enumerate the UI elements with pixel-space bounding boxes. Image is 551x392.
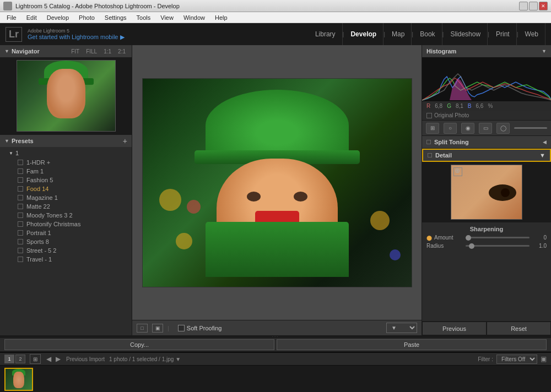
preset-fashion5[interactable]: Fashion 5 — [0, 176, 132, 184]
navigator-label: Navigator — [12, 48, 67, 55]
histogram-panel: Histogram ▼ R 6,8 — [422, 45, 551, 121]
original-checkbox[interactable] — [426, 113, 432, 118]
preset-magazine1[interactable]: Magazine 1 — [0, 193, 132, 202]
preset-icon — [18, 248, 23, 253]
film-photo-1[interactable] — [4, 368, 33, 391]
histogram-header[interactable]: Histogram ▼ — [422, 45, 551, 57]
tools-strip: ⊞ ○ ◉ ▭ ◯ — [422, 121, 551, 136]
filter-dropdown[interactable]: Filters Off — [496, 355, 537, 364]
detail-arrow: ▼ — [539, 152, 545, 159]
toolbar-dropdown[interactable]: ▼ — [386, 323, 417, 333]
spot-heal-tool[interactable]: ○ — [444, 123, 457, 134]
right-panel: Histogram ▼ R 6,8 — [422, 45, 551, 335]
amount-thumb[interactable] — [466, 235, 471, 241]
r-value: 6,8 — [435, 103, 442, 109]
crop-tool[interactable]: ⊞ — [426, 123, 439, 134]
nav-2to1[interactable]: 2:1 — [116, 48, 127, 55]
previous-button[interactable]: Previous — [422, 322, 487, 335]
tab-print[interactable]: Print — [489, 23, 517, 45]
menu-help[interactable]: Help — [210, 13, 232, 22]
histogram-values: R 6,8 G 8,1 B 6,6 % — [422, 101, 551, 111]
nav-1to1[interactable]: 1:1 — [102, 48, 113, 55]
grid-view-icon[interactable]: ⊞ — [30, 354, 41, 364]
locate-button[interactable] — [453, 167, 462, 176]
info-arrow[interactable]: ▼ — [175, 356, 181, 362]
menu-develop[interactable]: Develop — [42, 13, 73, 22]
paste-button[interactable]: Paste — [277, 339, 547, 350]
menu-edit[interactable]: Edit — [22, 13, 41, 22]
tab-map[interactable]: Map — [385, 23, 412, 45]
nav-fit[interactable]: FIT — [69, 48, 81, 55]
filmstrip-tab-1[interactable]: 1 — [4, 355, 14, 363]
preset-sports8[interactable]: Sports 8 — [0, 237, 132, 246]
navigator-header[interactable]: ▼ Navigator FIT FILL 1:1 2:1 — [0, 45, 132, 57]
menu-window[interactable]: Window — [179, 13, 209, 22]
tab-library[interactable]: Library — [309, 23, 343, 45]
bokeh-3 — [187, 200, 201, 214]
menu-file[interactable]: File — [2, 13, 21, 22]
compare-icon[interactable]: ▣ — [152, 324, 163, 333]
loupe-icon[interactable]: □ — [137, 324, 148, 333]
preset-travel1[interactable]: Travel - 1 — [0, 255, 132, 264]
close-button[interactable]: ✕ — [539, 2, 548, 10]
minimize-button[interactable]: ─ — [519, 2, 528, 10]
preset-portrait1[interactable]: Portrait 1 — [0, 228, 132, 237]
split-toning-header[interactable]: Split Toning ◀ — [422, 136, 551, 148]
preset-photonify[interactable]: Photonify Christmas — [0, 220, 132, 228]
baby-figure — [200, 79, 354, 277]
detail-preview-image — [451, 165, 522, 220]
preset-icon — [18, 239, 23, 244]
tab-slideshow[interactable]: Slideshow — [444, 23, 488, 45]
maximize-button[interactable]: □ — [529, 2, 538, 10]
tab-develop[interactable]: Develop — [344, 23, 383, 45]
preset-icon — [18, 177, 23, 183]
main-area: ▼ Navigator FIT FILL 1:1 2:1 ▼ — [0, 45, 551, 335]
preset-street52[interactable]: Street - 5 2 — [0, 246, 132, 255]
radius-slider[interactable] — [466, 245, 530, 247]
tool-slider[interactable] — [514, 127, 547, 129]
toolbar-right: ▼ — [386, 323, 417, 333]
filmstrip-prev[interactable]: ◀ — [45, 355, 52, 363]
presets-arrow: ▼ — [4, 138, 9, 144]
filmstrip-tabs: 1 2 — [4, 355, 25, 363]
mobile-arrow[interactable]: ▶ — [120, 34, 125, 41]
filter-label: Filter : — [478, 356, 493, 362]
nav-thumbnail — [17, 60, 116, 132]
presets-add-button[interactable]: + — [123, 137, 127, 145]
reset-button[interactable]: Reset — [487, 322, 551, 335]
soft-proof-checkbox[interactable] — [178, 325, 185, 331]
nav-fill[interactable]: FILL — [84, 48, 99, 55]
radius-value: 1.0 — [533, 243, 547, 249]
presets-header[interactable]: ▼ Presets + — [0, 135, 132, 147]
preset-moody[interactable]: Moody Tones 3 2 — [0, 211, 132, 220]
amount-slider[interactable] — [466, 237, 530, 238]
detail-toggle[interactable] — [428, 153, 432, 157]
redeye-tool[interactable]: ◉ — [461, 123, 474, 134]
bokeh-4 — [370, 211, 390, 230]
tab-book[interactable]: Book — [413, 23, 442, 45]
radial-filter-tool[interactable]: ◯ — [496, 123, 510, 134]
amount-text: Amount — [434, 235, 453, 241]
g-label: G — [447, 103, 451, 109]
menu-photo[interactable]: Photo — [74, 13, 99, 22]
grad-filter-tool[interactable]: ▭ — [479, 123, 492, 134]
bokeh-5 — [390, 249, 401, 260]
menu-tools[interactable]: Tools — [132, 13, 155, 22]
menu-view[interactable]: View — [156, 13, 178, 22]
detail-header[interactable]: Detail ▼ — [422, 149, 551, 162]
radius-thumb[interactable] — [469, 243, 474, 249]
preset-1hdr[interactable]: 1-HDR + — [0, 158, 132, 167]
preset-food14[interactable]: Food 14 — [0, 184, 132, 193]
left-panel: ▼ Navigator FIT FILL 1:1 2:1 ▼ — [0, 45, 132, 335]
filmstrip-next[interactable]: ▶ — [55, 355, 62, 363]
filter-expand[interactable]: ▣ — [541, 355, 547, 363]
section-toggle[interactable] — [426, 140, 431, 144]
tab-web[interactable]: Web — [518, 23, 545, 45]
menu-settings[interactable]: Settings — [100, 13, 131, 22]
preset-matte22[interactable]: Matte 22 — [0, 202, 132, 211]
preset-label: Food 14 — [26, 186, 48, 192]
preset-fam1[interactable]: Fam 1 — [0, 167, 132, 176]
filmstrip-tab-2[interactable]: 2 — [15, 355, 25, 363]
copy-button[interactable]: Copy... — [4, 339, 274, 350]
preset-group-header[interactable]: ▼ 1 — [0, 148, 132, 158]
